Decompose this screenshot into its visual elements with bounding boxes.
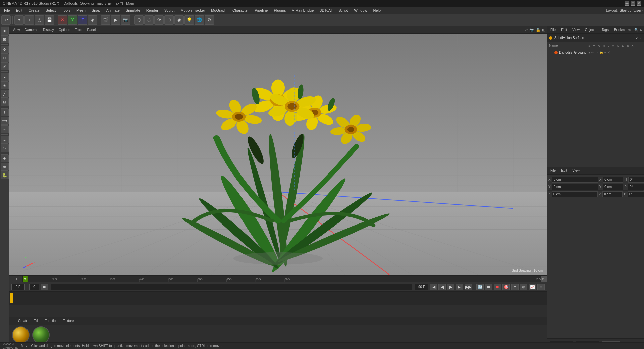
obj-menu-edit[interactable]: Edit [559, 27, 569, 32]
vp-expand-icon[interactable]: ⤢ [525, 28, 528, 32]
menu-script[interactable]: Script [336, 8, 351, 13]
prev-frame-button[interactable]: ◀ [438, 284, 446, 290]
menu-simulate[interactable]: Simulate [123, 8, 143, 13]
motion-button[interactable]: ⊕ [520, 284, 527, 290]
menu-3dtoall[interactable]: 3DToAll [317, 8, 335, 13]
menu-pipeline[interactable]: Pipeline [252, 8, 270, 13]
menu-mograph[interactable]: MoGraph [208, 8, 229, 13]
key-mode-button[interactable]: 🎯 [502, 284, 510, 290]
viewport[interactable]: Perspective [9, 34, 547, 275]
menu-character[interactable]: Character [230, 8, 251, 13]
knife-tool[interactable]: ╱ [1, 90, 9, 98]
goto-end-button[interactable]: ▶▶ [465, 284, 472, 290]
vp-fullscreen-icon[interactable]: ⊞ [542, 28, 545, 32]
sub-icon-check2[interactable]: ✓ [639, 36, 642, 40]
move-tool[interactable]: ✛ [1, 46, 9, 54]
mirror-tool[interactable]: ⟺ [1, 117, 9, 125]
daffodils-icon-x[interactable]: ✕ [607, 51, 610, 54]
vp-menu-panel[interactable]: Panel [85, 27, 98, 32]
material-ball-1[interactable] [12, 326, 30, 344]
attr-x-input[interactable] [552, 177, 598, 183]
menu-select[interactable]: Select [43, 8, 59, 13]
frame-slider[interactable] [51, 284, 412, 290]
python-tool[interactable]: 🐍 [1, 171, 9, 179]
vp-menu-cameras[interactable]: Cameras [23, 27, 41, 32]
attr-y2-input[interactable] [603, 184, 623, 190]
world-button[interactable]: ◈ [88, 15, 97, 25]
menu-sculpt[interactable]: Sculpt [162, 8, 177, 13]
obj-search-icon[interactable]: 🔍 [634, 28, 638, 32]
smooth-tool[interactable]: ~ [1, 125, 9, 133]
obj-menu-file[interactable]: File [548, 27, 558, 32]
brush-tool[interactable]: ⊗ [1, 154, 9, 162]
scale-tool[interactable]: ⤢ [1, 62, 9, 70]
obj-menu-tags[interactable]: Tags [600, 27, 611, 32]
open-button[interactable]: ◎ [35, 15, 44, 25]
current-frame-input[interactable] [11, 284, 25, 290]
obj-menu-objects[interactable]: Objects [583, 27, 598, 32]
scene-button[interactable]: 🌐 [195, 15, 204, 25]
title-bar-controls[interactable]: — □ ✕ [625, 1, 641, 6]
menu-plugins[interactable]: Plugins [271, 8, 288, 13]
save-button[interactable]: 💾 [45, 15, 54, 25]
yaxis-button[interactable]: Y [68, 15, 77, 25]
vp-menu-options[interactable]: Options [57, 27, 72, 32]
mat-edit[interactable]: Edit [32, 318, 41, 323]
magnet-tool[interactable]: S [1, 144, 9, 152]
attr-z-input[interactable] [552, 191, 598, 197]
vp-menu-filter[interactable]: Filter [73, 27, 84, 32]
new-object-button[interactable]: ✦ [14, 15, 24, 25]
loop-tool[interactable]: ⊡ [1, 98, 9, 106]
obj-menu-view[interactable]: View [570, 27, 582, 32]
obj-menu-bookmarks[interactable]: Bookmarks [612, 27, 633, 32]
model-mode-button[interactable]: ■ [1, 27, 9, 35]
fill-tool[interactable]: ⊕ [1, 163, 9, 171]
new-scene-button[interactable]: + [24, 15, 34, 25]
menu-create[interactable]: Create [26, 8, 42, 13]
layer-tool[interactable]: ≡ [1, 136, 9, 144]
frame-field[interactable] [29, 284, 39, 290]
spline-tool[interactable]: ⌇ [1, 108, 9, 116]
zaxis-button[interactable]: Z [78, 15, 87, 25]
attr-p-input[interactable] [628, 184, 644, 190]
attr-x2-input[interactable] [603, 177, 623, 183]
lighting-button[interactable]: 💡 [184, 15, 194, 25]
render-viewport-button[interactable]: ▶ [111, 15, 120, 25]
attr-menu-file[interactable]: File [548, 168, 558, 173]
menu-animate[interactable]: Animate [104, 8, 122, 13]
attr-h-input[interactable] [628, 177, 644, 183]
generator-button[interactable]: ⊕ [164, 15, 174, 25]
end-frame-input[interactable] [415, 284, 428, 290]
render-to-picture-button[interactable]: 📷 [121, 15, 130, 25]
spline-button[interactable]: ◌ [144, 15, 154, 25]
menu-motion-tracker[interactable]: Motion Tracker [178, 8, 208, 13]
select-tool[interactable]: ▸ [1, 73, 9, 81]
vp-menu-view[interactable]: View [11, 27, 22, 32]
daffodils-icon-edit[interactable]: ✏ [591, 51, 594, 54]
mograph2-button[interactable]: ◉ [174, 15, 184, 25]
goto-start-button[interactable]: |◀ [430, 284, 437, 290]
rotate-tool[interactable]: ↺ [1, 54, 9, 62]
attr-z2-input[interactable] [602, 191, 623, 197]
mat-function[interactable]: Function [43, 318, 59, 323]
xaxis-button[interactable]: ✕ [58, 15, 67, 25]
menu-snap[interactable]: Snap [89, 8, 103, 13]
render-region-button[interactable]: 🎬 [101, 15, 110, 25]
maximize-button[interactable]: □ [631, 1, 635, 6]
attr-menu-edit[interactable]: Edit [559, 168, 569, 173]
sub-icon-check1[interactable]: ✓ [636, 36, 638, 40]
attr-y-input[interactable] [552, 184, 598, 190]
vp-menu-display[interactable]: Display [41, 27, 56, 32]
menu-help[interactable]: Help [371, 8, 384, 13]
record-button[interactable]: ⏺ [494, 284, 501, 290]
key-button[interactable]: ⏺ [41, 284, 48, 290]
vp-lock-icon[interactable]: 🔒 [536, 28, 541, 32]
render2-button[interactable]: ⚙ [205, 15, 214, 25]
vp-camera-icon[interactable]: 📷 [529, 28, 534, 32]
timeline-cursor[interactable] [10, 293, 13, 303]
paint-tool[interactable]: ◈ [1, 81, 9, 89]
loop-button[interactable]: 🔄 [476, 284, 484, 290]
material-ball-2[interactable] [32, 326, 50, 344]
autokey-button[interactable]: A [511, 284, 519, 290]
poly-button[interactable]: ⬡ [134, 15, 144, 25]
